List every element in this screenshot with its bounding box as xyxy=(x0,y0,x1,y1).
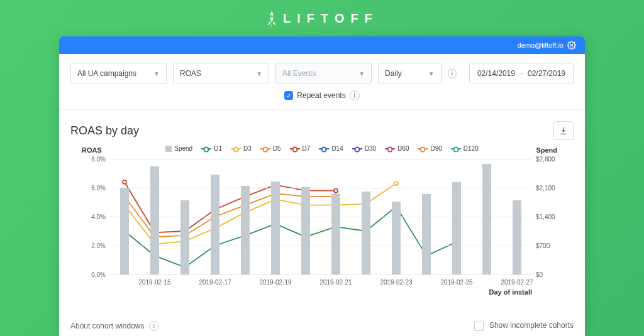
legend-item[interactable]: D60 xyxy=(385,145,409,152)
chart-stage: ROAS by day ROAS Spend SpendD1D3D5D7D14D… xyxy=(59,110,585,301)
x-tick: 2019-02-23 xyxy=(380,279,412,286)
show-incomplete-checkbox[interactable]: Show incomplete cohorts xyxy=(474,321,574,330)
legend-item[interactable]: D30 xyxy=(352,145,376,152)
svg-point-2 xyxy=(570,44,573,46)
brand-header: LIFTOFF xyxy=(0,11,644,28)
grid-line xyxy=(109,217,532,217)
chevron-down-icon: ▼ xyxy=(256,70,262,77)
grid-line xyxy=(109,188,532,188)
repeat-events-checkbox[interactable]: ✓ xyxy=(284,91,293,100)
legend-swatch xyxy=(385,148,395,149)
y-tick-right: $0 xyxy=(536,271,566,278)
legend-swatch xyxy=(201,148,211,149)
legend-item[interactable]: D90 xyxy=(418,145,441,152)
spend-bar xyxy=(241,186,250,274)
spend-bar xyxy=(180,200,189,274)
grid-line xyxy=(109,274,532,275)
y-tick-right: $700 xyxy=(536,242,566,249)
spend-bar xyxy=(150,166,159,274)
y-tick-left: 4.0% xyxy=(80,214,106,220)
y-tick-right: $2,800 xyxy=(536,156,566,163)
page-background: LIFTOFF demo@liftoff.io All UA campaigns… xyxy=(0,0,644,336)
legend-swatch xyxy=(165,146,172,152)
spend-bar xyxy=(331,193,340,274)
x-tick: 2019-02-17 xyxy=(199,279,231,286)
legend-item[interactable]: D7 xyxy=(290,145,311,152)
legend-swatch xyxy=(290,148,300,149)
info-icon: i xyxy=(149,321,159,331)
legend-item[interactable]: Spend xyxy=(165,145,192,152)
spend-bar xyxy=(482,164,491,274)
spend-bar xyxy=(392,202,401,274)
info-icon[interactable]: i xyxy=(448,68,457,79)
x-tick: 2019-02-25 xyxy=(440,279,472,286)
y-tick-right: $2,100 xyxy=(536,185,566,192)
spend-bar xyxy=(513,200,521,274)
spend-bar xyxy=(422,194,431,274)
legend-swatch xyxy=(352,148,362,149)
account-email[interactable]: demo@liftoff.io xyxy=(518,41,564,49)
legend-swatch xyxy=(260,148,270,149)
chart-footer: About cohort windows i Show incomplete c… xyxy=(70,321,574,331)
rocket-icon xyxy=(265,11,278,28)
svg-point-40 xyxy=(334,189,338,193)
x-axis-label: Day of install xyxy=(489,288,532,296)
granularity-select[interactable]: Daily▼ xyxy=(378,63,441,84)
checkbox-empty-icon xyxy=(474,322,484,331)
chart-title: ROAS by day xyxy=(70,124,139,138)
y-tick-left: 0.0% xyxy=(80,271,106,278)
chevron-down-icon: ▼ xyxy=(428,70,435,77)
info-icon[interactable]: i xyxy=(350,90,360,100)
gear-icon[interactable] xyxy=(567,41,576,50)
download-button[interactable] xyxy=(553,121,574,140)
x-tick: 2019-02-19 xyxy=(259,279,291,286)
legend-item[interactable]: D14 xyxy=(319,145,343,152)
spend-bar xyxy=(120,188,129,274)
y-tick-left: 2.0% xyxy=(80,242,106,249)
y-tick-left: 8.0% xyxy=(80,156,106,163)
legend-swatch xyxy=(231,148,241,149)
y-tick-right: $1,400 xyxy=(536,214,566,220)
plot-area: Day of install 0.0%$02.0%$7004.0%$1,4006… xyxy=(109,159,532,274)
campaigns-select[interactable]: All UA campaigns▼ xyxy=(70,63,167,84)
legend-item[interactable]: D3 xyxy=(231,145,252,152)
events-select[interactable]: All Events▼ xyxy=(275,63,372,84)
chevron-down-icon: ▼ xyxy=(358,70,365,77)
spend-bar xyxy=(452,182,461,274)
spend-bar xyxy=(301,187,310,274)
legend-item[interactable]: D120 xyxy=(451,145,479,152)
filter-bar: All UA campaigns▼ ROAS▼ All Events▼ Dail… xyxy=(59,54,585,88)
legend-item[interactable]: D5 xyxy=(260,145,281,152)
date-range-picker[interactable]: 02/14/2019 - 02/27/2019 xyxy=(469,63,574,84)
spend-bar xyxy=(271,182,280,275)
y-tick-left: 6.0% xyxy=(80,185,106,192)
legend-swatch xyxy=(418,148,428,149)
svg-rect-1 xyxy=(271,24,272,27)
svg-point-33 xyxy=(123,180,126,184)
account-bar: demo@liftoff.io xyxy=(59,36,585,54)
about-cohort-link[interactable]: About cohort windows i xyxy=(70,321,159,331)
legend-swatch xyxy=(451,148,461,149)
repeat-events-label: Repeat events xyxy=(297,91,345,100)
x-tick: 2019-02-15 xyxy=(138,279,170,286)
metric-select[interactable]: ROAS▼ xyxy=(173,63,269,84)
legend-swatch xyxy=(319,148,329,149)
repeat-events-row: ✓ Repeat events i xyxy=(59,88,585,110)
roas-chart: ROAS Spend SpendD1D3D5D7D14D30D60D90D120… xyxy=(70,150,574,295)
x-tick: 2019-02-27 xyxy=(501,279,533,286)
grid-line xyxy=(109,159,532,160)
grid-line xyxy=(109,246,532,246)
x-tick: 2019-02-21 xyxy=(319,279,352,286)
legend-item[interactable]: D1 xyxy=(201,145,222,152)
brand-text: LIFTOFF xyxy=(283,11,379,25)
svg-point-0 xyxy=(270,15,273,18)
main-panel: demo@liftoff.io All UA campaigns▼ ROAS▼ … xyxy=(59,36,585,336)
spend-bar xyxy=(362,192,370,274)
chevron-down-icon: ▼ xyxy=(153,70,160,77)
spend-bar xyxy=(211,175,219,274)
chart-legend: SpendD1D3D5D7D14D30D60D90D120 xyxy=(70,145,574,152)
svg-point-24 xyxy=(394,182,398,185)
